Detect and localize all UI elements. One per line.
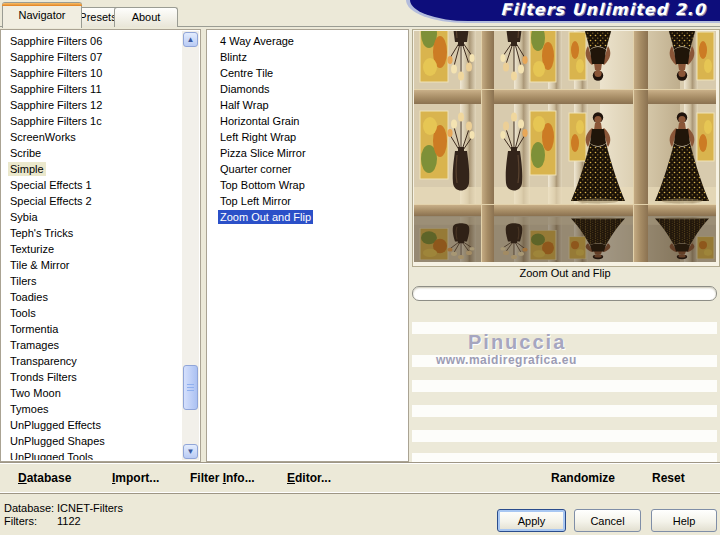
list-item[interactable]: Special Effects 2 xyxy=(1,193,182,209)
preview-image xyxy=(412,29,720,267)
list-item[interactable]: Texturize xyxy=(1,241,182,257)
list-item[interactable]: Tronds Filters xyxy=(1,369,182,385)
parameter-row xyxy=(412,430,717,442)
list-item[interactable]: Tilers xyxy=(1,273,182,289)
status-filter-count: Filters:1122 xyxy=(4,515,81,527)
list-item[interactable]: Transparency xyxy=(1,353,182,369)
list-item[interactable]: Diamonds xyxy=(207,81,408,97)
list-item[interactable]: Blintz xyxy=(207,49,408,65)
filter-info-button[interactable]: Filter Info... xyxy=(190,464,255,493)
list-item[interactable]: Horizontal Grain xyxy=(207,113,408,129)
list-item[interactable]: UnPlugged Tools xyxy=(1,449,182,460)
list-item[interactable]: ScreenWorks xyxy=(1,129,182,145)
list-item[interactable]: Quarter corner xyxy=(207,161,408,177)
import-button[interactable]: Import... xyxy=(112,464,159,493)
list-item[interactable]: Top Bottom Wrap xyxy=(207,177,408,193)
list-item[interactable]: Sybia xyxy=(1,209,182,225)
list-item[interactable]: Sapphire Filters 1c xyxy=(1,113,182,129)
list-item[interactable]: Pizza Slice Mirror xyxy=(207,145,408,161)
list-item[interactable]: Top Left Mirror xyxy=(207,193,408,209)
list-item[interactable]: Tormentia xyxy=(1,321,182,337)
filter-listbox: 4 Way AverageBlintzCentre TileDiamondsHa… xyxy=(206,29,409,462)
selected-filter-caption: Zoom Out and Flip xyxy=(412,265,718,282)
list-item[interactable]: Left Right Wrap xyxy=(207,129,408,145)
list-item[interactable]: Centre Tile xyxy=(207,65,408,81)
cancel-button[interactable]: Cancel xyxy=(574,509,641,532)
list-item[interactable]: Half Wrap xyxy=(207,97,408,113)
parameter-row xyxy=(412,405,717,417)
list-item[interactable]: UnPlugged Effects xyxy=(1,417,182,433)
list-item[interactable]: Sapphire Filters 11 xyxy=(1,81,182,97)
app-title-banner: Filters Unlimited 2.0 xyxy=(410,0,720,21)
list-item[interactable]: Tools xyxy=(1,305,182,321)
command-bar: Database Import... Filter Info... Editor… xyxy=(0,462,720,494)
reset-button[interactable]: Reset xyxy=(652,464,685,493)
list-item[interactable]: Sapphire Filters 07 xyxy=(1,49,182,65)
list-item[interactable]: Toadies xyxy=(1,289,182,305)
apply-button[interactable]: Apply xyxy=(497,509,566,532)
list-item[interactable]: Two Moon xyxy=(1,385,182,401)
status-database: Database:ICNET-Filters xyxy=(4,502,123,514)
editor-button[interactable]: Editor... xyxy=(287,464,331,493)
list-item[interactable]: Tramages xyxy=(1,337,182,353)
list-item[interactable]: UnPlugged Shapes xyxy=(1,433,182,449)
tab-navigator[interactable]: Navigator xyxy=(2,2,82,28)
list-item[interactable]: Teph's Tricks xyxy=(1,225,182,241)
list-item[interactable]: Zoom Out and Flip xyxy=(207,209,408,225)
list-item[interactable]: Tile & Mirror xyxy=(1,257,182,273)
help-button[interactable]: Help xyxy=(651,509,717,532)
list-item[interactable]: Simple xyxy=(1,161,182,177)
category-listbox: Sapphire Filters 06Sapphire Filters 07Sa… xyxy=(0,29,201,462)
list-item[interactable]: Sapphire Filters 10 xyxy=(1,65,182,81)
category-scrollbar[interactable]: ▲ ▼ xyxy=(182,31,199,460)
list-item[interactable]: Special Effects 1 xyxy=(1,177,182,193)
filters-unlimited-dialog: Navigator Presets About Filters Unlimite… xyxy=(0,0,720,535)
randomize-button[interactable]: Randomize xyxy=(551,464,615,493)
list-item[interactable]: Sapphire Filters 12 xyxy=(1,97,182,113)
watermark-name: Pinuccia xyxy=(468,331,566,354)
category-list: Sapphire Filters 06Sapphire Filters 07Sa… xyxy=(1,31,182,460)
list-item[interactable]: Tymoes xyxy=(1,401,182,417)
filter-list: 4 Way AverageBlintzCentre TileDiamondsHa… xyxy=(207,31,408,460)
status-bar: Database:ICNET-Filters Filters:1122 Appl… xyxy=(0,494,720,535)
scrollbar-thumb[interactable] xyxy=(183,365,198,410)
parameter-row xyxy=(412,380,717,392)
database-button[interactable]: Database xyxy=(18,464,71,493)
scroll-down-icon[interactable]: ▼ xyxy=(183,444,198,459)
list-item[interactable]: Scribe xyxy=(1,145,182,161)
progress-bar xyxy=(412,286,717,301)
list-item[interactable]: Sapphire Filters 06 xyxy=(1,33,182,49)
list-item[interactable]: 4 Way Average xyxy=(207,33,408,49)
watermark-url: www.maidiregrafica.eu xyxy=(436,353,577,367)
tab-about[interactable]: About xyxy=(114,7,178,27)
scroll-up-icon[interactable]: ▲ xyxy=(183,32,198,47)
